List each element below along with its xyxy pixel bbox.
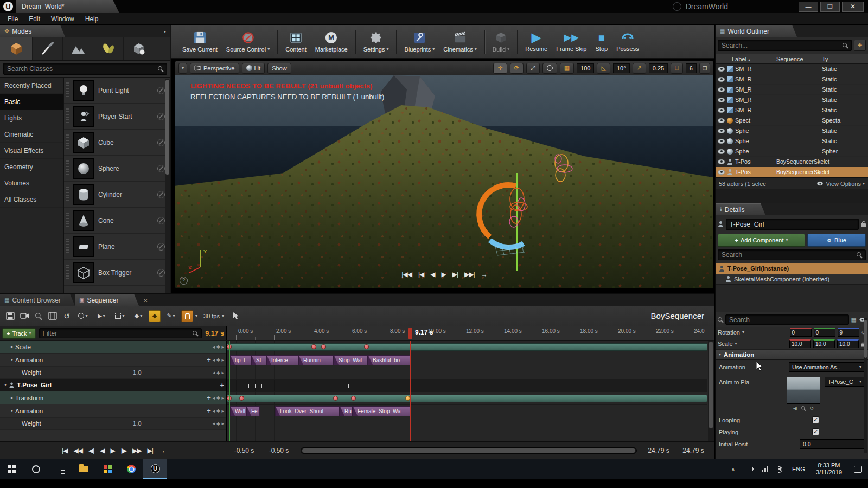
- place-item-cube[interactable]: Cube: [64, 130, 170, 156]
- place-item-sphere[interactable]: Sphere: [64, 156, 170, 182]
- category-all-classes[interactable]: All Classes: [0, 191, 63, 208]
- go-to-end-icon[interactable]: ▶▶|: [464, 271, 475, 278]
- visibility-eye-icon[interactable]: [718, 149, 725, 154]
- maximize-button[interactable]: ❐: [820, 2, 840, 12]
- add-key-icon[interactable]: ◆: [216, 370, 220, 375]
- rotation-x-field[interactable]: 0: [790, 328, 812, 337]
- sequencer-view-options-button[interactable]: ▾: [75, 310, 91, 322]
- stop-button[interactable]: ■ Stop: [591, 29, 612, 54]
- rotation-snap-button[interactable]: ◺: [597, 63, 610, 74]
- details-search-field[interactable]: [722, 251, 854, 259]
- place-item-cone[interactable]: Cone: [64, 208, 170, 234]
- foliage-mode-button[interactable]: [93, 37, 124, 60]
- timeline-area[interactable]: tip_t St Interce Runnin Stop_Wal Bashful…: [227, 341, 714, 441]
- outliner-row[interactable]: SM_RStatic: [716, 85, 868, 95]
- actor-name-field[interactable]: [730, 221, 855, 228]
- weight-value[interactable]: 1.0: [133, 420, 142, 427]
- step-forward-icon[interactable]: |▶: [121, 447, 126, 454]
- add-key-icon[interactable]: ◆: [216, 421, 220, 426]
- outliner-search-input[interactable]: [718, 40, 852, 51]
- build-button[interactable]: Build▾: [488, 29, 514, 54]
- column-type[interactable]: Ty: [822, 56, 828, 62]
- anim-asset-dropdown[interactable]: T-Pose_C ▾: [825, 377, 865, 387]
- animation-mode-label[interactable]: Animation: [719, 364, 745, 370]
- menu-edit[interactable]: Edit: [23, 14, 46, 24]
- step-forward-icon[interactable]: ▶|: [452, 271, 458, 278]
- outliner-row[interactable]: SpheStatic: [716, 126, 868, 136]
- rotate-tool-button[interactable]: ⟳: [510, 63, 524, 74]
- to-end-icon[interactable]: ▶|: [148, 447, 153, 454]
- add-key-icon[interactable]: ◆: [216, 408, 220, 413]
- outliner-row[interactable]: SM_RStatic: [716, 74, 868, 85]
- playhead-marker[interactable]: [408, 328, 412, 339]
- grid-snap-value[interactable]: 100: [577, 63, 594, 73]
- menu-file[interactable]: File: [2, 14, 23, 24]
- outliner-row-selected[interactable]: T-PosBoySequencerSkelet: [716, 167, 868, 177]
- add-section-icon[interactable]: +: [207, 407, 211, 415]
- settings-button[interactable]: Settings▾: [359, 29, 393, 54]
- anim-asset-thumbnail[interactable]: [787, 377, 820, 404]
- rotation-label[interactable]: Rotation: [718, 329, 740, 336]
- volume-icon[interactable]: [778, 467, 781, 471]
- camera-mode-button[interactable]: Perspective: [190, 63, 239, 74]
- add-track-icon[interactable]: +: [220, 381, 224, 389]
- unreal-editor-task-button[interactable]: U: [143, 459, 167, 479]
- anim-to-play-label[interactable]: Anim to Pla: [719, 377, 749, 411]
- animation-mode-dropdown[interactable]: Use Animation As.. ▾: [789, 362, 865, 372]
- visibility-eye-icon[interactable]: [718, 108, 725, 113]
- outliner-row[interactable]: SpheStatic: [716, 136, 868, 146]
- pinned-app-button[interactable]: [95, 459, 119, 479]
- camera-speed-value[interactable]: 6: [686, 63, 697, 73]
- search-classes-input[interactable]: [3, 63, 167, 75]
- edit-mode-button[interactable]: ✎▾: [163, 310, 179, 322]
- keyframe[interactable]: [333, 396, 338, 401]
- column-sequence[interactable]: Sequence: [776, 56, 803, 62]
- outliner-row[interactable]: SM_RStatic: [716, 105, 868, 115]
- expander-icon[interactable]: ▾: [10, 345, 14, 348]
- prev-key-icon[interactable]: ◂: [213, 408, 215, 414]
- category-geometry[interactable]: Geometry: [0, 159, 63, 175]
- keyframe[interactable]: [239, 396, 244, 401]
- anim-clip[interactable]: St: [251, 355, 266, 365]
- category-lights[interactable]: Lights: [0, 110, 63, 126]
- current-time-display[interactable]: 9.17 s: [205, 330, 224, 337]
- playback-range-start-line[interactable]: [229, 341, 230, 441]
- track-filter-field[interactable]: [43, 330, 191, 337]
- network-icon[interactable]: [762, 466, 768, 472]
- expander-icon[interactable]: ▾: [11, 409, 13, 413]
- close-tab-icon[interactable]: ✕: [143, 298, 148, 304]
- world-outliner-tab[interactable]: ▦ World Outliner: [716, 25, 797, 37]
- landscape-mode-button[interactable]: [63, 37, 93, 60]
- select-edit-options-button[interactable]: ▾: [112, 310, 128, 322]
- blueprints-button[interactable]: Blueprints▾: [400, 29, 439, 54]
- next-key-icon[interactable]: ▸: [221, 370, 224, 375]
- play-icon[interactable]: ▶: [111, 447, 115, 454]
- play-icon[interactable]: ▶: [442, 271, 446, 278]
- browse-asset-icon[interactable]: [801, 406, 806, 410]
- outliner-row[interactable]: SpheSpher: [716, 146, 868, 157]
- possess-button[interactable]: Possess: [612, 29, 643, 54]
- viewport-scene[interactable]: LIGHTING NEEDS TO BE REBUILT (21 unbuilt…: [175, 75, 713, 288]
- viewport-options-button[interactable]: ▾: [178, 63, 187, 74]
- close-button[interactable]: ✕: [842, 2, 864, 12]
- anim-clip[interactable]: Runnin: [298, 355, 334, 365]
- minimize-button[interactable]: —: [799, 2, 818, 12]
- add-component-button[interactable]: + Add Component ▾: [718, 234, 805, 247]
- view-mode-button[interactable]: Lit: [242, 63, 265, 74]
- sequencer-tab[interactable]: ▣ Sequencer: [75, 294, 139, 306]
- track-actor[interactable]: ▾ T-Pose_Girl +: [0, 379, 226, 391]
- property-search-field[interactable]: [729, 316, 845, 324]
- place-item-plane[interactable]: Plane: [64, 234, 170, 260]
- place-item-point-light[interactable]: Point Light: [64, 78, 170, 104]
- timeline-h-scrollbar[interactable]: [301, 447, 637, 454]
- viewport[interactable]: ▾ Perspective Lit Show ✛ ⟳ ⤢ ▦ 100 ◺ 10°…: [175, 61, 714, 288]
- geometry-mode-button[interactable]: [124, 37, 154, 60]
- playing-checkbox[interactable]: [812, 428, 819, 435]
- timeline-scrollbar[interactable]: [708, 341, 714, 441]
- menu-window[interactable]: Window: [46, 14, 80, 24]
- visibility-eye-icon[interactable]: [718, 98, 725, 102]
- track-animation-1[interactable]: ▾ Animation +◂◆▸: [0, 354, 226, 367]
- cortana-button[interactable]: [24, 459, 48, 479]
- loop-icon[interactable]: →: [159, 447, 165, 454]
- tray-expand-icon[interactable]: ∧: [731, 466, 735, 472]
